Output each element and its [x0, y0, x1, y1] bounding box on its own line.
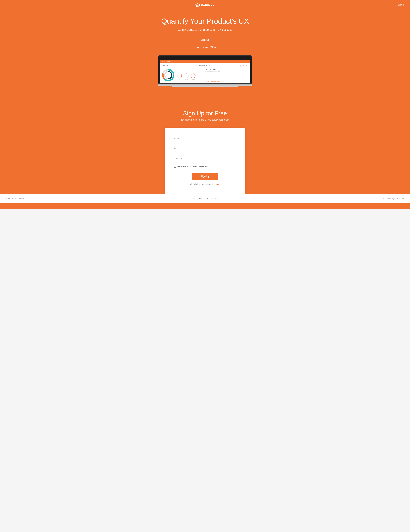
stat-circle-surveys: 1/5 Surveys: [184, 73, 189, 80]
footer-brand: DRAWBACKWARDS: [11, 198, 26, 199]
svg-marker-25: [8, 198, 10, 200]
password-input[interactable]: [174, 155, 236, 162]
screen-logo-text: UXRINGS: [164, 61, 170, 62]
email-input[interactable]: [174, 145, 236, 152]
hero-signup-button[interactable]: Sign Up: [193, 37, 217, 43]
laptop-foot: [172, 86, 238, 87]
stat-positive-label: Positive: [192, 79, 195, 80]
stat-circle-surveys-svg: 1/5: [184, 73, 189, 78]
screen-url-input: https://uxrings.com/jf743h: [169, 65, 241, 67]
screen-improve-link[interactable]: Learn how to improve your UX score.: [177, 81, 248, 82]
stat-circle-positive: 75% Positive: [191, 73, 196, 80]
hero-headline: Quantify Your Product's UX: [3, 17, 407, 25]
stat-circle-nps: 8 NPS: [177, 73, 182, 80]
footer-by-label: by: [6, 198, 7, 200]
signup-section-bg: Sign Up for Free Free plans are limited …: [0, 99, 410, 209]
screen-content-row: All Responses You currently have 5 surve…: [162, 68, 248, 82]
checkbox-label: Get the latest updates and features: [177, 165, 209, 168]
hero-learn-more-link[interactable]: Learn more about UX Rings: [3, 46, 407, 48]
hero-subheadline: Gain insights to key metrics for UX succ…: [3, 28, 407, 31]
footer-privacy-link[interactable]: Privacy Policy: [192, 197, 203, 200]
form-signin-prompt: Already have an account?: [190, 183, 213, 185]
drawbackwards-icon: [8, 198, 10, 200]
svg-text:75%: 75%: [192, 76, 194, 76]
screen-stats-sub: You currently have 5 surveys completed.: [177, 71, 248, 72]
footer-terms-link[interactable]: Terms of Use: [207, 197, 218, 200]
laptop-screen: UXRINGS EMILIE GARRETT Free Plan Survey …: [160, 60, 250, 83]
navbar: UXRINGS Sign In: [0, 0, 410, 10]
logo-text: UXRINGS: [201, 3, 215, 6]
screen-user: EMILIE GARRETT Free Plan: [241, 61, 248, 62]
donut-chart-svg: [162, 69, 175, 82]
name-input[interactable]: [174, 135, 236, 142]
stat-circle-nps-svg: 8: [177, 73, 182, 78]
laptop-base: [158, 84, 252, 86]
signup-title: Sign Up for Free: [3, 110, 407, 117]
stat-nps-label: NPS: [179, 79, 180, 80]
logo: UXRINGS: [195, 3, 215, 7]
screen-stat-circles: 8 NPS 1/5: [177, 73, 248, 80]
footer: by DRAWBACKWARDS Privacy Policy Terms of…: [0, 194, 410, 203]
footer-center: Privacy Policy Terms of Use: [192, 197, 218, 200]
checkbox-row: Get the latest updates and features: [174, 165, 236, 168]
signup-subtitle: Free plans are limited to 5 total survey…: [3, 119, 407, 121]
nav-signin-link[interactable]: Sign In: [398, 4, 404, 6]
svg-text:1/5: 1/5: [186, 76, 187, 76]
form-signin-link[interactable]: Sign In: [214, 183, 220, 185]
svg-point-9: [162, 61, 163, 62]
hero-section: Quantify Your Product's UX Gain insights…: [0, 10, 410, 99]
screen-stats: All Responses You currently have 5 surve…: [177, 68, 248, 82]
signup-section: Sign Up for Free Free plans are limited …: [0, 99, 410, 194]
screen-user-plan: Free Plan: [241, 61, 248, 62]
logo-icon: [195, 3, 200, 7]
donut-chart: [162, 69, 175, 82]
svg-text:8: 8: [179, 76, 180, 77]
screen-logo: UXRINGS: [162, 61, 170, 62]
newsletter-checkbox[interactable]: [174, 165, 176, 168]
screen-logo-icon: [162, 61, 163, 62]
stat-circle-positive-svg: 75%: [191, 73, 196, 78]
svg-point-15: [166, 73, 170, 77]
screen-header: UXRINGS EMILIE GARRETT Free Plan: [160, 60, 250, 63]
svg-point-1: [196, 4, 199, 6]
footer-copyright: © 2017 All Rights Reserved: [383, 198, 404, 200]
screen-url-label: Survey Users: [162, 65, 168, 66]
footer-left: by DRAWBACKWARDS: [6, 198, 26, 200]
screen-url-row: Survey Users https://uxrings.com/jf743h …: [162, 65, 248, 67]
stat-surveys-label: Surveys: [185, 79, 188, 80]
laptop-frame: UXRINGS EMILIE GARRETT Free Plan Survey …: [158, 55, 252, 87]
laptop-screen-outer: UXRINGS EMILIE GARRETT Free Plan Survey …: [158, 55, 252, 84]
laptop-camera: [204, 57, 206, 59]
signup-form-card: Get the latest updates and features Sign…: [165, 128, 245, 194]
svg-point-8: [162, 61, 163, 62]
screen-copy-button[interactable]: Copy Link: [242, 65, 248, 67]
form-signin-row: Already have an account? Sign In: [174, 183, 236, 185]
laptop-mockup: UXRINGS EMILIE GARRETT Free Plan Survey …: [155, 55, 255, 87]
svg-point-2: [197, 4, 198, 5]
screen-body: Survey Users https://uxrings.com/jf743h …: [160, 63, 250, 83]
form-submit-button[interactable]: Sign Up: [192, 173, 218, 180]
screen-stats-title: All Responses: [177, 68, 248, 71]
